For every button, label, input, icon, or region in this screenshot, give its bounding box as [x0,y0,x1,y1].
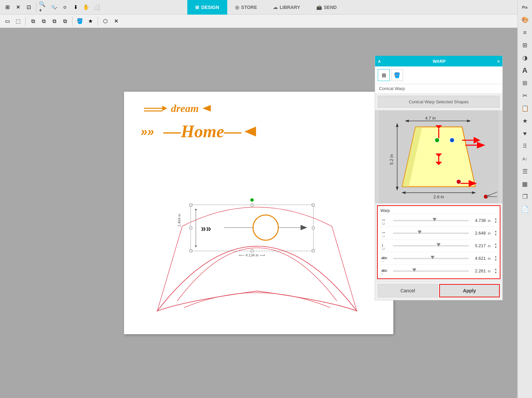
warp-type-label: Conical Warp [375,84,502,93]
page-crop-icon[interactable]: ⬚ [13,17,23,26]
tab-store[interactable]: ◎ STORE [227,0,265,15]
expand-icon[interactable]: ⬜ [92,3,101,12]
design-canvas: dream »» —Home— [124,92,393,334]
svg-point-42 [457,179,461,184]
svg-text:2.6 in: 2.6 in [434,194,444,199]
top-width-icon: ↔⊔ [380,216,391,225]
svg-marker-12 [301,225,307,230]
right-sidebar: Pix 🎨 ≡ ⊞ ◑ A ⊞ ✂ 📋 ★ ♥ ⠿ A↑ ☰ ▦ ❐ 📄 [517,0,532,398]
abc-h-spinner[interactable]: ▲▼ [494,255,497,261]
grid-tab-icon: ⊞ [382,72,386,78]
height-slider[interactable] [393,245,469,247]
top-width-unit: in [488,219,492,223]
top-width-spinner[interactable]: ▲▼ [494,217,497,224]
arrow-down-icon[interactable]: ⬇ [71,3,80,12]
fill-icon[interactable]: 🪣 [75,17,84,26]
copy1-icon[interactable]: ⧉ [28,17,38,26]
bottom-width-slider[interactable] [393,233,469,234]
sep2 [25,17,26,26]
abc-v-spinner[interactable]: ▲▼ [494,268,497,274]
select-icon[interactable]: ⊡ [24,3,33,12]
lines-icon[interactable]: ≡ [519,27,531,39]
cancel-button[interactable]: Cancel [378,284,438,297]
heart-icon[interactable]: ♥ [519,128,531,140]
warp-diagram: 4.7 in 5.2 in 2.6 in [375,110,502,203]
height-value: 5.217 [471,243,486,248]
sep4 [98,17,98,26]
warp-close-icon[interactable]: × [497,59,500,64]
svg-point-10 [253,215,278,240]
square-copy-icon[interactable]: ❐ [519,191,531,203]
abc-v-slider[interactable] [393,270,469,272]
dots-icon[interactable]: ⠿ [519,140,531,152]
warp-button-row: Conical Warp Selected Shapes [375,93,502,110]
warp-row-height: ↕⊔ 5.217 in ▲▼ [380,239,497,252]
star-right-icon[interactable]: ★ [519,115,531,127]
warp-minimize-icon[interactable]: ∧ [378,59,381,64]
zoom-fit-icon[interactable]: ⊙ [60,3,69,12]
height-spinner[interactable]: ▲▼ [494,243,497,249]
pan-icon[interactable]: ✋ [81,3,91,12]
svg-text:»»: »» [201,223,211,234]
main-canvas-area: dream »» —Home— [0,28,517,398]
page-right-icon[interactable]: 📄 [519,203,531,215]
tab-library[interactable]: ☁ LIBRARY [265,0,308,15]
design-icon: ⊞ [195,5,199,10]
warp-tab-grid[interactable]: ⊞ [378,69,390,81]
warp-tab-row: ⊞ 🪣 [375,66,502,84]
height-unit: in [488,244,492,248]
cut-icon[interactable]: ✂ [519,90,531,102]
warp-row-abc-v: abc↕ 2.261 in ▲▼ [380,264,497,277]
cube-icon[interactable]: ⬡ [101,17,110,26]
zoom-in-icon[interactable]: 🔍+ [39,3,48,12]
palette-icon[interactable]: 🎨 [519,14,531,26]
stripes-icon[interactable]: ▦ [519,178,531,190]
crop-icon[interactable]: ✕ [13,3,23,12]
tab-send[interactable]: 📠 SEND [308,0,345,15]
close-tool-icon[interactable]: ✕ [111,17,121,26]
apply-button[interactable]: Apply [439,284,500,297]
zoom-out-icon[interactable]: 🔍- [50,3,59,12]
svg-marker-1 [162,106,167,111]
grid-right-icon[interactable]: ⊞ [519,39,531,51]
angle-indicator [483,189,500,201]
layers-icon[interactable]: 📋 [519,102,531,114]
height-dimension: 1.464 in [177,214,181,227]
rotate-handle[interactable] [250,198,254,202]
text-up-icon[interactable]: A↑ [519,153,531,165]
pix-icon[interactable]: Pix [519,1,531,13]
bottom-width-spinner[interactable]: ▲▼ [494,230,497,236]
bucket-tab-icon: 🪣 [394,72,400,78]
warp-shape-button[interactable]: Conical Warp Selected Shapes [378,96,500,108]
contrast-icon[interactable]: ◑ [519,52,531,64]
warp-title: WARP [433,59,446,64]
text-icon[interactable]: A [519,64,531,76]
star-icon[interactable]: ★ [86,17,95,26]
warp-row-bottom-width: ↔⊔ 2.648 in ▲▼ [380,227,497,239]
copy4-icon[interactable]: ⧉ [60,17,69,26]
svg-text:⊔: ⊔ [382,221,385,225]
warp-row-abc-h: abc↔ 4.621 in ▲▼ [380,252,497,264]
top-toolbar: ⊞ ✕ ⊡ 🔍+ 🔍- ⊙ ⬇ ✋ ⬜ ⊞ DESIGN ◎ STORE ☁ L… [0,0,532,15]
bottom-width-icon: ↔⊔ [380,229,391,238]
abc-v-unit: in [488,269,492,273]
copy3-icon[interactable]: ⧉ [50,17,59,26]
height-icon: ↕⊔ [380,241,391,250]
tab-design[interactable]: ⊞ DESIGN [187,0,227,15]
copy2-icon[interactable]: ⧉ [39,17,48,26]
store-icon: ◎ [235,5,239,10]
top-width-slider[interactable] [393,220,469,221]
warp-action-buttons: Cancel Apply [375,281,502,300]
separator1 [36,3,36,12]
abc-h-slider[interactable] [393,258,469,259]
list-icon[interactable]: ☰ [519,165,531,177]
warp-tab-bucket[interactable]: 🪣 [391,69,403,81]
svg-text:⊔: ⊔ [382,247,385,250]
warp-title-bar: ∧ WARP × [375,56,502,66]
width-dimension: ⟵ 4.134 in ⟶ [239,253,265,257]
page-icon[interactable]: ▭ [3,17,12,26]
align-icon[interactable]: ⊞ [519,77,531,89]
grid-tool-icon[interactable]: ⊞ [3,3,12,12]
top-width-value: 4.738 [471,218,486,223]
sep3 [72,17,72,26]
